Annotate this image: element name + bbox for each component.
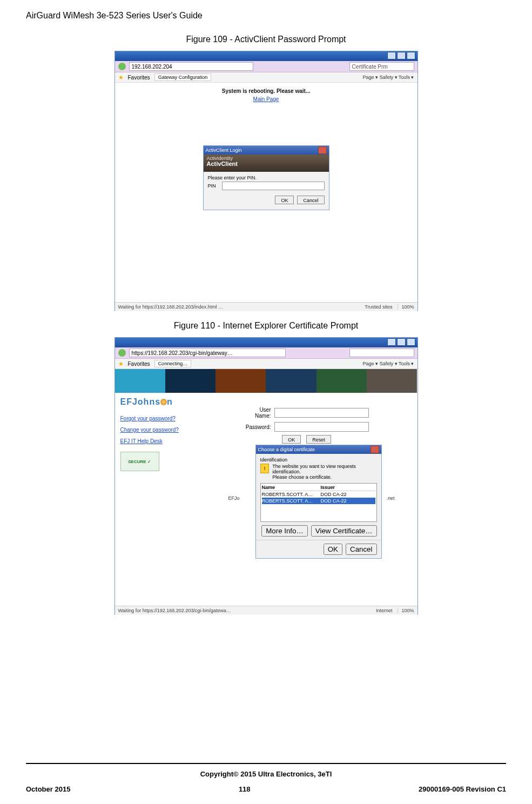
copyright-symbol: © bbox=[233, 770, 239, 778]
activclient-brand: ActivIdentity ActivClient bbox=[204, 155, 329, 172]
activclient-dialog: ActivClient Login ActivIdentity ActivCli… bbox=[203, 145, 329, 210]
cert-titlebar: Choose a digital certificate bbox=[256, 445, 381, 454]
brand-main: ActivClient bbox=[207, 161, 326, 167]
search-field[interactable] bbox=[349, 349, 414, 357]
nav-back-icon[interactable] bbox=[118, 349, 126, 357]
close-icon[interactable] bbox=[371, 446, 379, 453]
window-titlebar bbox=[115, 338, 417, 347]
cert-row[interactable]: ROBERTS.SCOTT. A… DOD CA-22 bbox=[262, 491, 375, 498]
url-field[interactable]: https://192.168.202.203/cgi-bin/gateway… bbox=[129, 349, 286, 357]
nav-back-icon[interactable] bbox=[118, 63, 126, 70]
reboot-message: System is rebooting. Please wait... bbox=[222, 88, 310, 94]
running-head: AirGuard WiMesh 3e-523 Series User's Gui… bbox=[26, 11, 506, 21]
hero-banner bbox=[115, 369, 417, 393]
more-info-button[interactable]: More Info… bbox=[261, 525, 308, 537]
zoom-level[interactable]: 100% bbox=[398, 608, 414, 613]
cert-issuer: DOD CA-22 bbox=[321, 498, 375, 504]
url-text: https://192.168.202.203/cgi-bin/gateway… bbox=[132, 350, 233, 356]
status-bar: Waiting for https://192.168.202.203/inde… bbox=[115, 302, 417, 311]
ok-button[interactable]: OK bbox=[275, 196, 294, 204]
activclient-title: ActivClient Login bbox=[206, 148, 242, 153]
cert-msg-2: Please choose a certificate. bbox=[272, 474, 376, 480]
behind-text-left: EFJo bbox=[228, 495, 240, 501]
figure-109-caption: Figure 109 - ActivClient Password Prompt bbox=[26, 35, 506, 44]
toolbar-right: Page ▾ Safety ▾ Tools ▾ bbox=[363, 75, 414, 80]
search-text: Certificate Prm bbox=[352, 64, 388, 70]
window-buttons bbox=[386, 52, 415, 61]
cert-row-selected[interactable]: ROBERTS.SCOTT. A… DOD CA-22 bbox=[262, 498, 375, 504]
figure-110-caption: Figure 110 - Internet Explorer Certifica… bbox=[26, 321, 506, 331]
window-buttons bbox=[386, 338, 415, 347]
internet-zone-label: Internet bbox=[376, 608, 393, 613]
status-bar: Waiting for https://192.168.202.203/cgi-… bbox=[115, 606, 417, 615]
activclient-titlebar: ActivClient Login bbox=[204, 146, 329, 155]
cert-issuer: DOD CA-22 bbox=[321, 492, 375, 497]
col-issuer: Issuer bbox=[321, 485, 375, 490]
logo-text-left: EFJohns bbox=[120, 397, 161, 406]
doc-revision: 29000169-005 Revision C1 bbox=[419, 785, 506, 793]
cert-section-label: Identification bbox=[260, 457, 377, 463]
login-ok-button[interactable]: OK bbox=[282, 435, 301, 444]
zoom-level[interactable]: 100% bbox=[398, 304, 414, 310]
cert-name: ROBERTS.SCOTT. A… bbox=[262, 492, 316, 497]
enter-pin-label: Please enter your PIN. bbox=[208, 175, 325, 180]
cert-cancel-button[interactable]: Cancel bbox=[346, 544, 377, 555]
left-links: Forgot your password? Change your passwo… bbox=[120, 416, 201, 471]
footer-date: October 2015 bbox=[26, 785, 70, 793]
cert-msg-1: The website you want to view requests id… bbox=[272, 464, 376, 474]
cancel-button[interactable]: Cancel bbox=[297, 196, 324, 204]
copyright-line: Copyright© 2015 Ultra Electronics, 3eTI bbox=[0, 770, 532, 778]
forgot-password-link[interactable]: Forgot your password? bbox=[120, 416, 201, 421]
copyright-rest: 2015 Ultra Electronics, 3eTI bbox=[239, 770, 332, 778]
trusted-sites-label: Trusted sites bbox=[365, 304, 392, 310]
cert-list[interactable]: Name Issuer ROBERTS.SCOTT. A… DOD CA-22 … bbox=[260, 483, 377, 522]
change-password-link[interactable]: Change your password? bbox=[120, 427, 201, 433]
brand-top: ActivIdentity bbox=[207, 156, 326, 161]
copyright-word: Copyright bbox=[200, 770, 233, 778]
password-input[interactable] bbox=[274, 422, 369, 432]
login-reset-button[interactable]: Reset bbox=[306, 435, 331, 444]
close-icon[interactable] bbox=[318, 146, 327, 154]
username-input[interactable] bbox=[274, 408, 369, 418]
window-titlebar bbox=[115, 51, 417, 61]
favorites-star-icon[interactable]: ★ bbox=[118, 360, 124, 367]
username-label: User Name: bbox=[245, 407, 271, 419]
favorites-label: Favorites bbox=[128, 75, 150, 81]
col-name: Name bbox=[262, 485, 316, 490]
footer-row: October 2015 118 29000169-005 Revision C… bbox=[26, 785, 506, 793]
logo-o-icon bbox=[160, 399, 167, 405]
page-body: EFJohnsn Forgot your password? Change yo… bbox=[115, 369, 417, 606]
efjohnson-logo: EFJohnsn bbox=[120, 397, 172, 407]
browser-tab[interactable]: Gateway Configuration bbox=[154, 73, 212, 81]
screenshot-ie-cert: https://192.168.202.203/cgi-bin/gateway…… bbox=[115, 337, 418, 615]
main-page-link[interactable]: Main Page bbox=[253, 96, 279, 102]
pin-input[interactable] bbox=[222, 182, 325, 190]
logo-text-right: n bbox=[167, 397, 172, 406]
footer-rule bbox=[26, 763, 506, 764]
browser-tab[interactable]: Connecting… bbox=[154, 360, 192, 367]
login-form: User Name: Password: OK Reset bbox=[245, 407, 369, 444]
warning-icon: ! bbox=[260, 464, 270, 473]
status-left: Waiting for https://192.168.202.203/inde… bbox=[118, 304, 224, 310]
favorites-star-icon[interactable]: ★ bbox=[118, 74, 124, 81]
certificate-dialog: Choose a digital certificate Identificat… bbox=[255, 445, 382, 559]
favorites-label: Favorites bbox=[128, 361, 150, 367]
address-bar: 192.168.202.204 Certificate Prm bbox=[115, 61, 417, 72]
favorites-bar: ★ Favorites Connecting… Page ▾ Safety ▾ … bbox=[115, 359, 417, 369]
status-left: Waiting for https://192.168.202.203/cgi-… bbox=[118, 608, 231, 613]
favorites-bar: ★ Favorites Gateway Configuration Page ▾… bbox=[115, 72, 417, 83]
view-cert-button[interactable]: View Certificate… bbox=[311, 525, 377, 537]
cert-name: ROBERTS.SCOTT. A… bbox=[262, 498, 316, 504]
url-field[interactable]: 192.168.202.204 bbox=[129, 62, 253, 71]
cert-ok-button[interactable]: OK bbox=[324, 544, 342, 555]
help-desk-link[interactable]: EFJ IT Help Desk bbox=[120, 438, 201, 444]
cert-title: Choose a digital certificate bbox=[258, 447, 315, 452]
pin-label: PIN bbox=[208, 183, 219, 189]
secure-badge: SECURE ✓ bbox=[120, 452, 159, 471]
page-number: 118 bbox=[239, 785, 251, 793]
address-bar: https://192.168.202.203/cgi-bin/gateway… bbox=[115, 347, 417, 359]
page-body: System is rebooting. Please wait... Main… bbox=[115, 83, 417, 302]
url-text: 192.168.202.204 bbox=[132, 64, 172, 70]
screenshot-activclient: 192.168.202.204 Certificate Prm ★ Favori… bbox=[115, 51, 418, 311]
search-field[interactable]: Certificate Prm bbox=[349, 62, 414, 71]
